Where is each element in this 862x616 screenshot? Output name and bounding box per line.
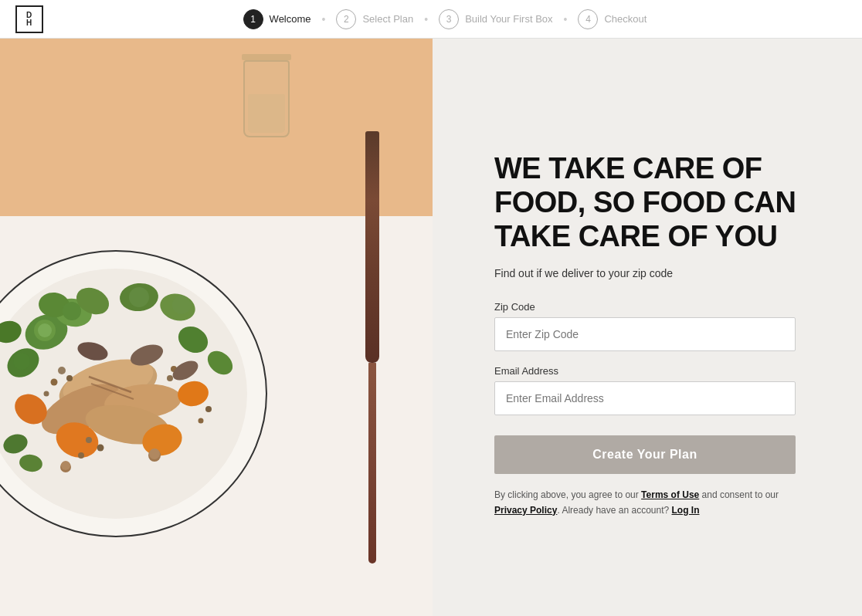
zip-label: Zip Code <box>494 301 816 313</box>
email-input[interactable] <box>494 381 796 415</box>
svg-point-28 <box>58 367 66 374</box>
step-label-checkout: Checkout <box>604 13 646 25</box>
svg-point-31 <box>86 437 92 443</box>
svg-point-44 <box>149 448 160 459</box>
svg-point-39 <box>199 418 204 424</box>
login-link[interactable]: Log In <box>672 505 700 516</box>
knife-blade <box>368 363 376 564</box>
logo-top-letter: D <box>26 12 32 19</box>
glass-body <box>243 60 290 137</box>
nav-step-select-plan[interactable]: 2 Select Plan <box>336 9 413 29</box>
logo-bottom-letter: H <box>26 19 32 27</box>
svg-point-15 <box>129 287 149 307</box>
food-plate <box>0 178 340 564</box>
step-label-first-box: Build Your First Box <box>465 13 552 25</box>
legal-middle: and consent to our <box>699 489 779 500</box>
create-plan-button[interactable]: Create Your Plan <box>494 435 796 474</box>
step-separator-2: • <box>424 13 428 25</box>
hero-subtitle: Find out if we deliver to your zip code <box>494 267 816 279</box>
svg-point-29 <box>66 375 73 381</box>
svg-point-32 <box>97 445 104 452</box>
step-circle-4: 4 <box>578 9 598 29</box>
step-label-select-plan: Select Plan <box>362 13 413 25</box>
svg-point-13 <box>63 302 81 320</box>
step-label-welcome: Welcome <box>270 13 311 25</box>
nav-steps: 1 Welcome • 2 Select Plan • 3 Build Your… <box>43 9 847 29</box>
svg-point-34 <box>167 375 173 381</box>
email-label: Email Address <box>494 365 816 377</box>
nav-step-checkout[interactable]: 4 Checkout <box>578 9 646 29</box>
zip-input[interactable] <box>494 317 796 351</box>
svg-point-38 <box>205 406 212 412</box>
step-circle-1: 1 <box>243 9 263 29</box>
terms-link[interactable]: Terms of Use <box>641 489 699 500</box>
step-circle-3: 3 <box>439 9 459 29</box>
svg-point-14 <box>13 353 30 370</box>
step-separator-1: • <box>322 13 326 25</box>
left-panel <box>0 39 433 616</box>
zip-code-group: Zip Code <box>494 301 816 351</box>
legal-suffix: . Already have an account? <box>557 505 669 516</box>
glass-liquid <box>248 94 285 133</box>
svg-point-12 <box>38 323 52 337</box>
hero-title: WE TAKE CARE OF FOOD, SO FOOD CAN TAKE C… <box>494 152 816 253</box>
knife-handle <box>365 131 379 363</box>
main-content: WE TAKE CARE OF FOOD, SO FOOD CAN TAKE C… <box>0 39 862 616</box>
svg-point-37 <box>44 391 49 397</box>
legal-prefix: By clicking above, you agree to our <box>494 489 641 500</box>
right-panel: WE TAKE CARE OF FOOD, SO FOOD CAN TAKE C… <box>433 39 862 616</box>
step-circle-2: 2 <box>336 9 356 29</box>
legal-text: By clicking above, you agree to our Term… <box>494 488 796 517</box>
header: D H 1 Welcome • 2 Select Plan • 3 Build … <box>0 0 862 39</box>
knife-decoration <box>363 131 382 579</box>
logo[interactable]: D H <box>15 5 43 33</box>
step-separator-3: • <box>564 13 568 25</box>
nav-step-first-box[interactable]: 3 Build Your First Box <box>439 9 552 29</box>
svg-point-46 <box>61 461 70 470</box>
glass-rim <box>242 54 291 60</box>
email-group: Email Address <box>494 365 816 415</box>
privacy-link[interactable]: Privacy Policy <box>494 505 557 516</box>
nav-step-welcome[interactable]: 1 Welcome <box>243 9 311 29</box>
svg-point-16 <box>172 296 191 314</box>
svg-point-33 <box>78 452 84 459</box>
svg-point-30 <box>51 379 58 386</box>
glass-decoration <box>239 54 294 154</box>
